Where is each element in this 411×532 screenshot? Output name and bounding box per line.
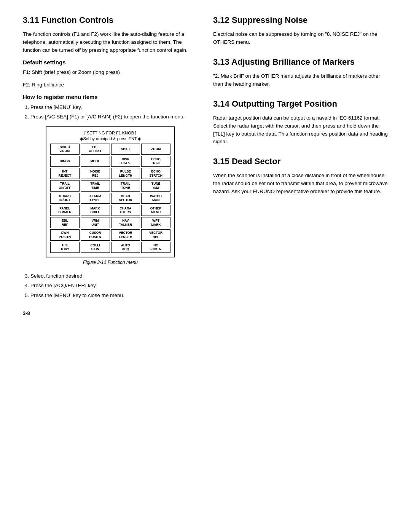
menu-button: RINGS xyxy=(50,156,80,167)
menu-button: ZOOM xyxy=(141,144,170,155)
section-313-title: 3.13 Adjusting Brilliance of Markers xyxy=(213,57,388,67)
step-4: Press the [ACQ/ENTER] key. xyxy=(30,281,198,290)
menu-button: PULSELENGTH xyxy=(111,168,140,179)
menu-button: EBLOFFSET xyxy=(81,144,110,155)
menu-button: TUNEA/M xyxy=(141,180,170,191)
menu-header: [ SETTING FOR F1 KNOB ] ◆Sel by omnipad … xyxy=(50,130,170,142)
menu-button: WPTMARK xyxy=(141,217,170,228)
menu-button: TRAILTIME xyxy=(81,180,110,191)
menu-button: INTREJECT xyxy=(50,168,80,179)
menu-button: PANELDIMMER xyxy=(50,205,80,216)
menu-button: NOISEREJ xyxy=(81,168,110,179)
menu-grid: SHIFT/ZOOMEBLOFFSETSHIFTZOOMRINGSMODEDIS… xyxy=(50,144,170,253)
menu-button: OWNPOSITN xyxy=(50,229,80,240)
menu-button: NAVTALKER xyxy=(111,217,140,228)
page-number: 3-8 xyxy=(23,310,198,316)
step-2: Press [A/C SEA] (F1) or [A/C RAIN] (F2) … xyxy=(30,113,198,121)
menu-button: TRAILTONE xyxy=(111,180,140,191)
menu-button: DEADSECTOR xyxy=(111,193,140,204)
menu-button: AUTOACQ xyxy=(111,242,140,253)
menu-button: SHIFT/ZOOM xyxy=(50,144,80,155)
default-f2: F2: Ring brilliance xyxy=(23,81,198,89)
step-3: Select function desired. xyxy=(30,272,198,280)
menu-button: ECHOSTRTCH xyxy=(141,168,170,179)
menu-button: HISTORY xyxy=(50,242,80,253)
menu-button: DISPDATA xyxy=(111,156,140,167)
section-311-title: 3.11 Function Controls xyxy=(23,15,198,25)
menu-button: NOFNCTN xyxy=(141,242,170,253)
menu-button: OTHERMENU xyxy=(141,205,170,216)
section-312-title: 3.12 Suppressing Noise xyxy=(213,15,388,25)
menu-button: COLLISION xyxy=(81,242,110,253)
menu-button: MARKBRILL xyxy=(81,205,110,216)
step-5: Press the [MENU] key to close the menu. xyxy=(30,291,198,300)
default-f1: F1: Shift (brief press) or Zoom (long pr… xyxy=(23,69,198,77)
section-314-title: 3.14 Outputting Target Position xyxy=(213,99,388,109)
menu-button: TRAILON/OFF xyxy=(50,180,80,191)
menu-button: VRMUNIT xyxy=(81,217,110,228)
section-313-body: "2. Mark Brill" on the OTHER menu adjust… xyxy=(213,72,388,88)
section-315-title: 3.15 Dead Sector xyxy=(213,157,388,166)
step-1: Press the [MENU] key. xyxy=(30,103,198,112)
section-315-body: When the scanner is installed at a close… xyxy=(213,172,388,196)
menu-button: CUSORPOSITN xyxy=(81,229,110,240)
menu-button: CHARACTERS xyxy=(111,205,140,216)
register-menu-title: How to register menu items xyxy=(23,94,198,100)
menu-button: EBLREF xyxy=(50,217,80,228)
menu-button: VECTORLENGTH xyxy=(111,229,140,240)
figure-caption: Figure 3-11 Function menu xyxy=(83,260,138,265)
menu-button: ECHOTRAIL xyxy=(141,156,170,167)
section-311-body: The function controls (F1 and F2) work l… xyxy=(23,30,198,54)
menu-button: VECTORREF xyxy=(141,229,170,240)
section-312-body: Electrical noise can be suppressed by tu… xyxy=(213,30,388,46)
menu-button: ALARMLEVEL xyxy=(81,193,110,204)
menu-button: WATCHMAN xyxy=(141,193,170,204)
section-314-body: Radar target position data can be output… xyxy=(213,114,388,146)
default-settings-title: Default settings xyxy=(23,59,198,66)
function-menu-diagram: [ SETTING FOR F1 KNOB ] ◆Sel by omnipad … xyxy=(23,126,198,269)
menu-button: GUARDIN/OUT xyxy=(50,193,80,204)
menu-button: SHIFT xyxy=(111,144,140,155)
menu-button: MODE xyxy=(81,156,110,167)
